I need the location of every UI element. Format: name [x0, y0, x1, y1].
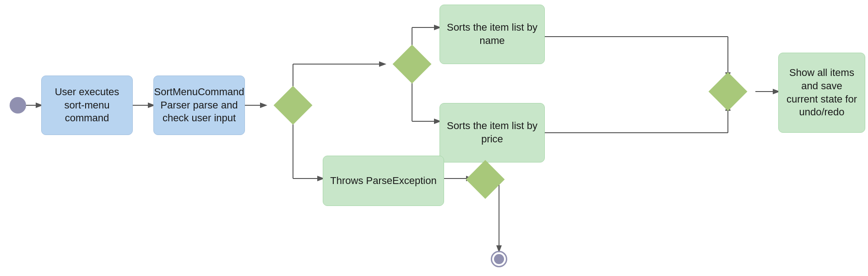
decision-d1	[274, 86, 313, 125]
end-circle-inner	[494, 254, 504, 264]
show-all-items-node: Show all items and save current state fo…	[778, 53, 865, 133]
sort-by-price-node: Sorts the item list by price	[439, 103, 545, 162]
decision-d2	[393, 45, 432, 84]
decision-d3	[709, 72, 748, 111]
user-executes-label: User executes sort-menu command	[48, 86, 126, 125]
show-all-items-label: Show all items and save current state fo…	[785, 66, 858, 119]
sort-by-name-node: Sorts the item list by name	[439, 5, 545, 64]
parser-parse-node: SortMenuCommand Parser parse and check u…	[153, 76, 245, 135]
sort-by-price-label: Sorts the item list by price	[446, 119, 538, 146]
sort-by-name-label: Sorts the item list by name	[446, 21, 538, 47]
start-node	[10, 97, 26, 114]
throws-parse-label: Throws ParseException	[330, 174, 436, 188]
end-node	[491, 251, 507, 267]
user-executes-node: User executes sort-menu command	[41, 76, 133, 135]
throws-parse-node: Throws ParseException	[323, 156, 444, 206]
arrows-svg	[0, 0, 868, 276]
decision-d4	[466, 160, 505, 199]
parser-parse-label: SortMenuCommand Parser parse and check u…	[154, 86, 244, 125]
activity-diagram: User executes sort-menu command SortMenu…	[0, 0, 868, 276]
